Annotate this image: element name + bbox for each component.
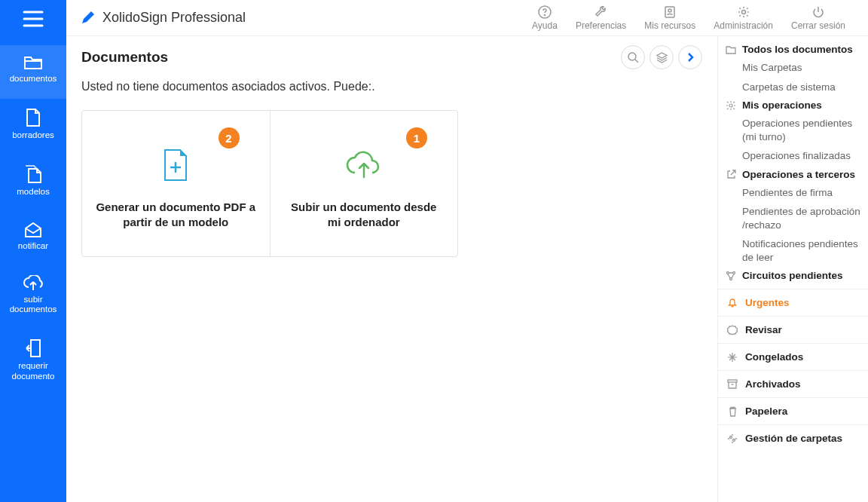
header-admin[interactable]: Administración [704,5,782,31]
resources-icon [663,5,677,19]
app-title-text: XolidoSign Professional [102,10,246,26]
cloud-upload-icon [344,150,384,180]
empty-message: Usted no tiene documentos asociados acti… [81,80,702,93]
layers-button[interactable] [649,45,674,69]
rp-archivados[interactable]: Archivados [718,370,868,397]
header-label: Mis recursos [644,20,695,31]
svg-point-3 [668,9,671,12]
svg-point-5 [628,53,636,60]
gear-icon [737,5,750,19]
external-icon [726,170,736,179]
request-doc-icon [25,338,41,358]
nav-subir[interactable]: subir documentos [0,266,66,329]
main-sidebar: documentos borradores modelos notificar … [0,0,66,502]
rp-todos-documentos[interactable]: Todos los documentos [726,41,860,58]
snowflake-icon [727,352,738,363]
search-icon [628,52,639,63]
header-recursos[interactable]: Mis recursos [635,5,704,31]
rp-gestion-carpetas[interactable]: Gestión de carpetas [718,424,868,451]
wrench-icon [594,5,608,19]
header-label: Preferencias [576,20,626,31]
check-seal-icon [727,325,738,335]
rp-congelados[interactable]: Congelados [718,343,868,370]
nav-label: requerir documento [3,361,63,381]
nav-notificar[interactable]: notificar [0,213,66,266]
rp-op-pendientes[interactable]: Operaciones pendientes (mi turno) [726,114,860,146]
rp-pend-aprobacion[interactable]: Pendientes de aprobación /rechazo [726,202,860,234]
header-ayuda[interactable]: Ayuda [523,5,567,31]
step-badge: 1 [406,127,427,148]
card-text: Generar un documento PDF a partir de un … [96,200,256,231]
svg-point-1 [544,14,545,15]
rp-notificaciones[interactable]: Notificaciones pendientes de leer [726,234,860,267]
card-generate-pdf[interactable]: 2 Generar un documento PDF a partir de u… [82,111,270,256]
rp-papelera[interactable]: Papelera [718,397,868,424]
card-text: Subir un documento desde mi ordenador [284,200,445,231]
svg-rect-10 [728,380,737,382]
header-label: Cerrar sesión [791,20,845,31]
action-cards: 2 Generar un documento PDF a partir de u… [81,110,458,257]
nav-documentos[interactable]: documentos [0,45,66,99]
templates-icon [24,164,42,184]
rp-carpetas-sistema[interactable]: Carpetas de sistema [726,78,860,97]
draft-icon [26,108,41,127]
rp-circuitos[interactable]: Circuitos pendientes [726,267,860,284]
bell-icon [727,298,738,308]
svg-point-12 [733,439,735,441]
main-area: XolidoSign Professional Ayuda Preferenci… [66,0,868,502]
forward-button[interactable] [678,45,702,69]
trash-icon [728,406,738,417]
gear-icon [726,100,736,111]
power-icon [811,5,825,19]
nav-requerir[interactable]: requerir documento [0,329,66,396]
svg-point-11 [730,436,732,438]
layers-icon [656,52,668,63]
nav-label: borradores [12,130,54,140]
hamburger-icon [23,11,44,27]
archive-icon [727,379,738,389]
header-preferencias[interactable]: Preferencias [567,5,635,31]
rp-urgentes[interactable]: Urgentes [718,289,868,316]
notify-icon [24,222,42,238]
content-area: Documentos Usted no tiene documentos aso… [66,36,717,502]
svg-point-8 [733,271,735,274]
svg-point-7 [727,271,729,274]
pen-icon [80,11,95,26]
nav-label: modelos [17,187,49,197]
card-upload[interactable]: 1 Subir un documento desde mi ordenador [270,111,458,256]
right-panel: Todos los documentos Mis Carpetas Carpet… [717,36,868,502]
help-icon [538,5,552,19]
nav-modelos[interactable]: modelos [0,155,66,212]
nav-label: notificar [18,241,48,251]
header-label: Ayuda [532,20,558,31]
rp-mis-operaciones[interactable]: Mis operaciones [726,96,860,114]
circuit-icon [726,271,736,281]
header-label: Administración [714,20,773,31]
svg-point-6 [729,104,732,107]
folder-icon [23,54,43,71]
nav-borradores[interactable]: borradores [0,99,66,155]
page-title: Documentos [81,49,168,66]
new-doc-icon [160,147,191,183]
top-header: XolidoSign Professional Ayuda Preferenci… [66,0,868,36]
nav-label: subir documentos [3,295,63,314]
rp-pend-firma[interactable]: Pendientes de firma [726,183,860,203]
upload-cloud-icon [23,275,44,292]
nav-label: documentos [10,74,57,84]
rp-op-terceros[interactable]: Operaciones a terceros [726,166,860,183]
sliders-icon [727,433,738,444]
rp-mis-carpetas[interactable]: Mis Carpetas [726,58,860,78]
chevron-right-icon [686,52,695,63]
app-title: XolidoSign Professional [80,10,246,26]
step-badge: 2 [219,127,240,148]
menu-toggle[interactable] [23,11,44,27]
rp-revisar[interactable]: Revisar [718,316,868,343]
rp-op-finalizadas[interactable]: Operaciones finalizadas [726,146,860,166]
header-cerrar[interactable]: Cerrar sesión [782,5,854,31]
search-button[interactable] [621,45,645,69]
folder-icon [726,45,736,54]
svg-point-4 [741,10,745,14]
